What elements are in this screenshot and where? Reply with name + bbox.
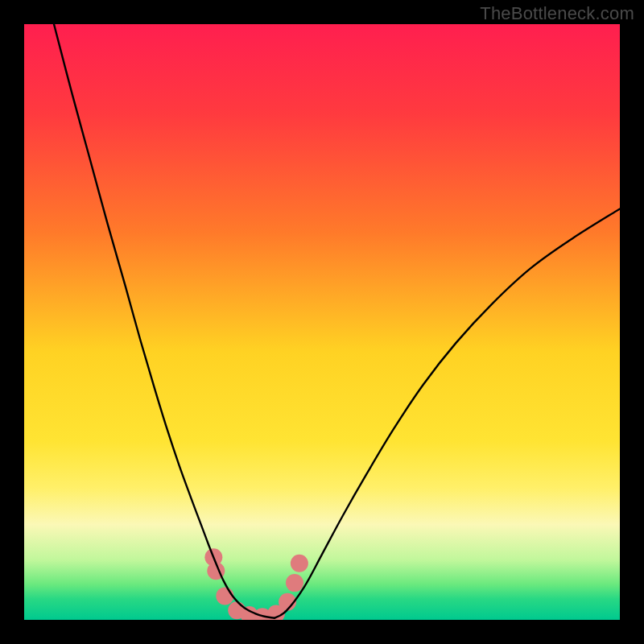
right-curve <box>275 208 620 617</box>
curves-layer <box>24 24 620 620</box>
plot-area <box>24 24 620 620</box>
left-curve <box>54 24 275 618</box>
watermark-text: TheBottleneck.com <box>480 3 634 24</box>
marker-dot <box>216 587 233 605</box>
marker-dot <box>286 574 303 592</box>
marker-group <box>204 548 308 620</box>
marker-dot <box>291 555 308 572</box>
stage: TheBottleneck.com <box>0 0 644 644</box>
